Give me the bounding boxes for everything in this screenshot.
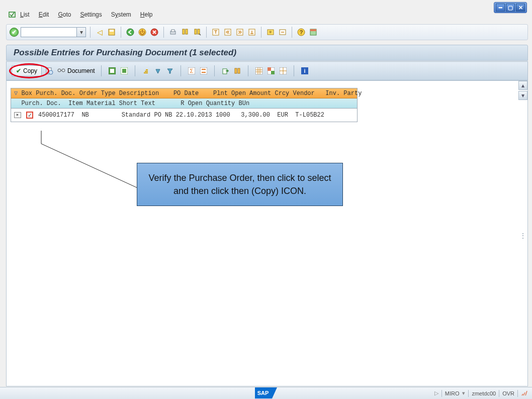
menu-goto[interactable]: Goto xyxy=(58,11,71,18)
svg-text:✳: ✳ xyxy=(269,30,273,35)
select-all-icon[interactable] xyxy=(108,66,117,75)
svg-rect-38 xyxy=(238,68,240,73)
menu-help[interactable]: Help xyxy=(140,11,153,18)
separator xyxy=(441,390,442,397)
table-row[interactable]: ▸ 4500017177 NB Standard PO NB 22.10.201… xyxy=(11,109,357,122)
svg-rect-8 xyxy=(183,29,185,34)
status-system: zmetdc00 xyxy=(472,390,496,396)
svg-rect-35 xyxy=(202,72,206,73)
separator xyxy=(294,65,294,76)
status-dropdown-icon[interactable]: ▾ xyxy=(462,390,465,396)
menu-edit[interactable]: Edit xyxy=(39,11,49,18)
separator xyxy=(135,65,135,76)
command-dropdown-icon[interactable]: ▾ xyxy=(76,28,85,37)
sap-logo: SAP xyxy=(255,387,277,398)
total-icon[interactable]: Σ xyxy=(187,66,196,75)
grid-icon[interactable] xyxy=(254,66,263,75)
sort-desc-icon[interactable] xyxy=(153,66,162,75)
separator xyxy=(468,390,469,397)
callout-text: Verify the Purchase Order, then click to… xyxy=(148,173,331,196)
grid-small-icon[interactable] xyxy=(279,66,288,75)
first-page-icon[interactable] xyxy=(211,27,221,37)
last-page-icon[interactable] xyxy=(247,27,257,37)
menu-settings[interactable]: Settings xyxy=(80,11,102,18)
copy-label: Copy xyxy=(23,67,37,74)
cell-description: Standard PO NB xyxy=(122,112,172,119)
menu-system[interactable]: System xyxy=(111,11,131,18)
back-green-icon[interactable] xyxy=(125,27,135,37)
status-tcode: MIRO xyxy=(445,390,460,396)
export-icon[interactable] xyxy=(221,66,230,75)
copy-button[interactable]: ✔ Copy xyxy=(12,65,42,76)
sort-asc-icon[interactable] xyxy=(141,66,150,75)
create-session-icon[interactable]: ✳ xyxy=(265,27,276,37)
scroll-down-icon[interactable]: ▾ xyxy=(518,91,527,100)
document-label: Document xyxy=(67,67,95,74)
deselect-all-icon[interactable] xyxy=(120,66,129,75)
enter-button[interactable]: ✔ xyxy=(10,28,19,37)
svg-text:Σ: Σ xyxy=(190,68,193,74)
separator xyxy=(101,65,102,76)
find-icon[interactable] xyxy=(180,27,190,37)
cell-order-type: NB xyxy=(81,112,88,119)
row-checkbox[interactable] xyxy=(26,112,33,119)
status-triangle-icon[interactable]: ▷ xyxy=(434,390,438,396)
layout-menu-icon[interactable] xyxy=(308,27,318,37)
back-icon[interactable]: ◁ xyxy=(95,27,105,37)
help-icon[interactable]: ? xyxy=(296,27,306,37)
svg-rect-9 xyxy=(186,29,188,34)
separator xyxy=(90,27,91,38)
svg-rect-42 xyxy=(271,71,275,74)
svg-text:?: ? xyxy=(300,29,303,35)
choose-layout-icon[interactable] xyxy=(233,66,242,75)
find-next-icon[interactable] xyxy=(192,27,202,37)
exit-icon[interactable] xyxy=(137,27,147,37)
expand-icon[interactable]: ▸ xyxy=(14,112,21,118)
statusbar: SAP ▷ MIRO ▾ zmetdc00 OVR xyxy=(0,387,532,399)
svg-rect-30 xyxy=(122,69,126,73)
grid-header-2: Purch. Doc. Item Material Short Text R O… xyxy=(11,98,357,109)
check-green-icon: ✔ xyxy=(16,67,21,74)
svg-point-24 xyxy=(49,70,53,74)
svg-rect-37 xyxy=(235,68,237,73)
cancel-icon[interactable] xyxy=(149,27,159,37)
menu-list[interactable]: List xyxy=(20,11,30,18)
separator xyxy=(206,27,207,38)
glasses-icon xyxy=(57,67,66,75)
save-icon[interactable] xyxy=(107,27,117,37)
svg-point-25 xyxy=(58,69,61,72)
scroll-up-icon[interactable]: ▴ xyxy=(518,81,527,90)
svg-point-26 xyxy=(62,69,65,72)
separator xyxy=(181,65,181,76)
standard-toolbar: ✔ ▾ ◁ ✳ ? xyxy=(6,24,528,40)
svg-rect-10 xyxy=(195,29,197,34)
scroll-grip-icon[interactable]: ⋮⋮ xyxy=(519,232,526,239)
document-button[interactable]: Document xyxy=(57,67,95,75)
grid-header-1: ▽ Box Purch. Doc. Order Type Description… xyxy=(11,88,357,98)
next-page-icon[interactable] xyxy=(235,27,245,37)
separator xyxy=(499,390,499,397)
separator xyxy=(292,27,292,38)
svg-rect-34 xyxy=(202,69,206,70)
separator xyxy=(261,27,261,38)
filter-icon[interactable] xyxy=(165,66,174,75)
result-grid: ▽ Box Purch. Doc. Order Type Description… xyxy=(11,88,358,122)
separator xyxy=(214,65,215,76)
generate-shortcut-icon[interactable] xyxy=(278,27,288,37)
subtotal-icon[interactable] xyxy=(199,66,208,75)
cell-po-date: 22.10.2013 xyxy=(176,112,212,119)
menu-session-icon[interactable] xyxy=(8,11,16,18)
cell-vendor: T-L05B22 xyxy=(295,112,324,119)
command-field[interactable]: ▾ xyxy=(21,27,86,37)
grid-color-icon[interactable] xyxy=(267,66,276,75)
info-icon[interactable]: i xyxy=(300,66,309,75)
prev-page-icon[interactable] xyxy=(223,27,233,37)
svg-rect-41 xyxy=(268,67,271,71)
svg-rect-7 xyxy=(171,30,174,32)
print-icon[interactable] xyxy=(168,27,178,37)
refresh-doc-icon[interactable] xyxy=(45,66,54,75)
separator xyxy=(163,27,164,38)
content-area: ▴ ▾ ⋮⋮ ▽ Box Purch. Doc. Order Type Desc… xyxy=(6,80,528,386)
collapse-icon[interactable]: ▽ xyxy=(14,89,18,97)
application-toolbar: ✔ Copy Document Σ i xyxy=(6,61,528,80)
